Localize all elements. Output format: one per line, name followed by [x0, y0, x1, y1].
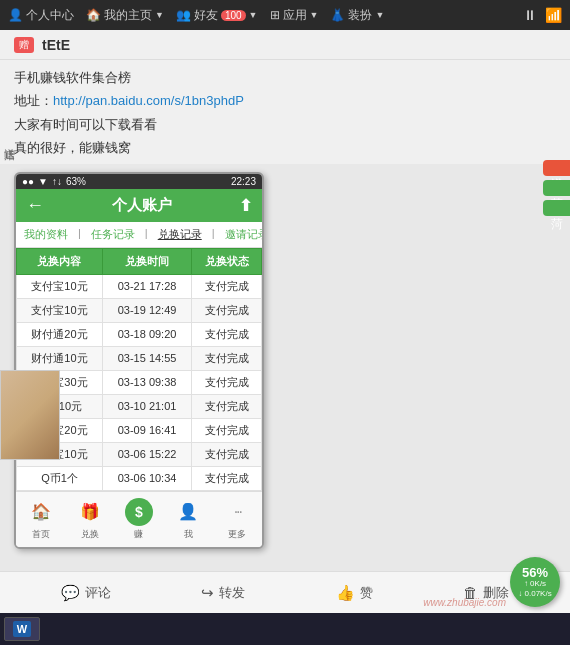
bottom-nav-earn[interactable]: $ 赚 — [125, 498, 153, 541]
bottom-nav-me[interactable]: 👤 我 — [174, 498, 202, 541]
like-icon: 👍 — [336, 584, 355, 602]
me-bottom-icon: 👤 — [174, 498, 202, 526]
nav-friends[interactable]: 👥 好友 100 ▼ — [176, 7, 258, 24]
apps-dropdown: ▼ — [310, 10, 319, 20]
back-icon[interactable]: ← — [26, 195, 44, 216]
phone-status-bar: ●● ▼ ↑↓ 63% 22:23 — [16, 174, 262, 189]
side-btn-1[interactable]: 菏 — [543, 180, 570, 196]
tab-exchange-records[interactable]: 兑换记录 — [150, 222, 210, 247]
col-content: 兑换内容 — [17, 248, 103, 274]
taskbar-word[interactable]: W — [4, 617, 40, 641]
battery-icon: 63% — [66, 176, 86, 187]
gift-badge: 赠 — [14, 37, 34, 53]
speed-detail: ↑ 0K/s ↓ 0.07K/s — [518, 579, 551, 598]
post-line1: 手机赚钱软件集合榜 — [14, 66, 556, 89]
status-right: 22:23 — [231, 176, 256, 187]
cell-content: 支付宝10元 — [17, 274, 103, 298]
nav-my-home[interactable]: 🏠 我的主页 ▼ — [86, 7, 164, 24]
left-avatar — [0, 370, 60, 460]
phone-title: 个人账户 — [44, 196, 239, 215]
like-label: 赞 — [360, 584, 373, 602]
cell-status: 支付完成 — [192, 298, 262, 322]
cell-status: 支付完成 — [192, 370, 262, 394]
post-link[interactable]: http://pan.baidu.com/s/1bn3phdP — [53, 93, 244, 108]
bottom-nav-home[interactable]: 🏠 首页 — [27, 498, 55, 541]
cell-status: 支付完成 — [192, 274, 262, 298]
repost-label: 转发 — [219, 584, 245, 602]
table-header-row: 兑换内容 兑换时间 兑换状态 — [17, 248, 262, 274]
friends-icon: 👥 — [176, 8, 191, 22]
like-button[interactable]: 👍 赞 — [336, 584, 373, 602]
comment-button[interactable]: 💬 评论 — [61, 584, 111, 602]
cell-time: 03-06 15:22 — [102, 442, 191, 466]
download-speed: ↓ 0.07K/s — [518, 589, 551, 598]
clock: 22:23 — [231, 176, 256, 187]
post-line2: 地址：http://pan.baidu.com/s/1bn3phdP — [14, 89, 556, 112]
more-label: 更多 — [228, 528, 246, 541]
cell-status: 支付完成 — [192, 418, 262, 442]
friends-badge: 100 — [221, 10, 246, 21]
side-btn-2[interactable]: 菏 — [543, 200, 570, 216]
signal-icon[interactable]: 📶 — [545, 7, 562, 23]
pause-icon[interactable]: ⏸ — [523, 7, 537, 23]
more-bottom-icon: ··· — [223, 498, 251, 526]
dropdown-arrow: ▼ — [155, 10, 164, 20]
table-row: 财付通20元 03-18 09:20 支付完成 — [17, 322, 262, 346]
dress-icon: 👗 — [330, 8, 345, 22]
cell-status: 支付完成 — [192, 442, 262, 466]
word-icon: W — [13, 621, 31, 637]
cell-content: 财付通20元 — [17, 322, 103, 346]
home-bottom-icon: 🏠 — [27, 498, 55, 526]
table-row: 支付宝10元 03-21 17:28 支付完成 — [17, 274, 262, 298]
table-row: Q币1个 03-06 10:34 支付完成 — [17, 466, 262, 490]
watermark: www.zhubajie.com — [423, 594, 506, 609]
cell-time: 03-19 12:49 — [102, 298, 191, 322]
dress-dropdown: ▼ — [375, 10, 384, 20]
phone-mockup: ●● ▼ ↑↓ 63% 22:23 ← 个人账户 ⬆ 我的资料 | 任务记录 |… — [14, 172, 264, 549]
cell-status: 支付完成 — [192, 466, 262, 490]
upload-speed: ↑ 0K/s — [524, 579, 546, 588]
cell-content: Q币1个 — [17, 466, 103, 490]
exchange-label: 兑换 — [81, 528, 99, 541]
signal-bars: ↑↓ — [52, 176, 62, 187]
cell-time: 03-09 16:41 — [102, 418, 191, 442]
wifi-icon: ▼ — [38, 176, 48, 187]
user-area: 赠 tEtE — [0, 30, 570, 60]
me-label: 我 — [184, 528, 193, 541]
tab-sep-3: | — [210, 222, 217, 247]
table-row: 支付宝10元 03-19 12:49 支付完成 — [17, 298, 262, 322]
nav-right-controls: ⏸ 📶 — [523, 7, 562, 23]
gift-button[interactable]: 赠送 — [543, 160, 570, 176]
table-row: 财付通10元 03-15 14:55 支付完成 — [17, 346, 262, 370]
avatar-image — [0, 370, 60, 460]
nav-personal-center[interactable]: 👤 个人中心 — [8, 7, 74, 24]
nav-apps[interactable]: ⊞ 应用 ▼ — [270, 7, 319, 24]
post-content: 手机赚钱软件集合榜 地址：http://pan.baidu.com/s/1bn3… — [0, 60, 570, 164]
nav-dress[interactable]: 👗 装扮 ▼ — [330, 7, 384, 24]
tab-task-records[interactable]: 任务记录 — [83, 222, 143, 247]
cell-content: 支付宝10元 — [17, 298, 103, 322]
bottom-nav-exchange[interactable]: 🎁 兑换 — [76, 498, 104, 541]
phone-tabs: 我的资料 | 任务记录 | 兑换记录 | 邀请记录 — [16, 222, 262, 248]
phone-bottom-nav: 🏠 首页 🎁 兑换 $ 赚 👤 我 ··· 更多 — [16, 491, 262, 547]
share-icon[interactable]: ⬆ — [239, 196, 252, 215]
cell-content: 财付通10元 — [17, 346, 103, 370]
col-time: 兑换时间 — [102, 248, 191, 274]
home-icon: 🏠 — [86, 8, 101, 22]
tab-invite-records[interactable]: 邀请记录 — [217, 222, 264, 247]
top-nav: 👤 个人中心 🏠 我的主页 ▼ 👥 好友 100 ▼ ⊞ 应用 ▼ 👗 装扮 ▼… — [0, 0, 570, 30]
home-label: 首页 — [32, 528, 50, 541]
phone-header: ← 个人账户 ⬆ — [16, 189, 262, 222]
comment-label: 评论 — [85, 584, 111, 602]
tab-my-profile[interactable]: 我的资料 — [16, 222, 76, 247]
repost-button[interactable]: ↪ 转发 — [201, 584, 245, 602]
comment-icon: 💬 — [61, 584, 80, 602]
bottom-nav-more[interactable]: ··· 更多 — [223, 498, 251, 541]
watermark-text: www.zhubajie.com — [423, 597, 506, 608]
speed-widget: 56% ↑ 0K/s ↓ 0.07K/s — [510, 557, 560, 607]
cell-status: 支付完成 — [192, 322, 262, 346]
post-line4: 真的很好，能赚钱窝 — [14, 136, 556, 159]
cell-time: 03-13 09:38 — [102, 370, 191, 394]
apps-icon: ⊞ — [270, 8, 280, 22]
speed-percent: 56% — [522, 566, 548, 579]
